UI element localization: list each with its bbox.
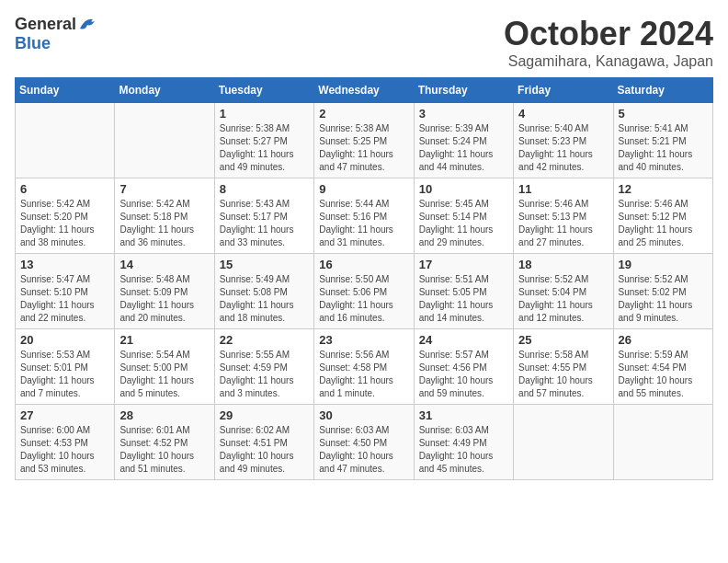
day-number: 17: [419, 258, 508, 271]
day-info: Sunrise: 5:59 AM Sunset: 4:54 PM Dayligh…: [619, 349, 708, 400]
weekday-header-wednesday: Wednesday: [314, 78, 414, 103]
day-number: 4: [518, 107, 608, 121]
calendar-cell: [613, 405, 712, 480]
weekday-header-thursday: Thursday: [414, 78, 513, 103]
calendar-table: SundayMondayTuesdayWednesdayThursdayFrid…: [15, 77, 713, 480]
calendar-cell: 20Sunrise: 5:53 AM Sunset: 5:01 PM Dayli…: [16, 329, 115, 405]
day-info: Sunrise: 6:03 AM Sunset: 4:50 PM Dayligh…: [319, 424, 408, 476]
calendar-cell: 25Sunrise: 5:58 AM Sunset: 4:55 PM Dayli…: [514, 329, 613, 405]
logo-blue-text: Blue: [15, 34, 51, 53]
day-info: Sunrise: 5:48 AM Sunset: 5:09 PM Dayligh…: [119, 273, 209, 325]
day-number: 11: [518, 182, 608, 196]
calendar-cell: 31Sunrise: 6:03 AM Sunset: 4:49 PM Dayli…: [414, 405, 513, 480]
day-info: Sunrise: 5:57 AM Sunset: 4:56 PM Dayligh…: [419, 349, 508, 400]
calendar-cell: 4Sunrise: 5:40 AM Sunset: 5:23 PM Daylig…: [514, 103, 613, 178]
day-number: 26: [619, 333, 708, 347]
day-number: 28: [119, 408, 209, 422]
weekday-header-friday: Friday: [514, 78, 613, 103]
day-number: 13: [20, 258, 109, 271]
page-header: General Blue October 2024 Sagamihara, Ka…: [15, 15, 713, 70]
calendar-cell: 9Sunrise: 5:44 AM Sunset: 5:16 PM Daylig…: [314, 178, 414, 254]
day-number: 18: [518, 258, 608, 271]
day-number: 10: [419, 182, 508, 196]
day-info: Sunrise: 5:44 AM Sunset: 5:16 PM Dayligh…: [319, 198, 408, 249]
day-info: Sunrise: 6:03 AM Sunset: 4:49 PM Dayligh…: [419, 424, 508, 476]
day-info: Sunrise: 5:46 AM Sunset: 5:13 PM Dayligh…: [518, 198, 608, 249]
calendar-cell: 21Sunrise: 5:54 AM Sunset: 5:00 PM Dayli…: [115, 329, 214, 405]
calendar-cell: 22Sunrise: 5:55 AM Sunset: 4:59 PM Dayli…: [214, 329, 313, 405]
calendar-cell: 14Sunrise: 5:48 AM Sunset: 5:09 PM Dayli…: [115, 254, 214, 329]
weekday-header-tuesday: Tuesday: [214, 78, 313, 103]
calendar-cell: 3Sunrise: 5:39 AM Sunset: 5:24 PM Daylig…: [414, 103, 513, 178]
day-number: 30: [319, 408, 408, 422]
logo-general-text: General: [15, 15, 76, 34]
day-number: 19: [619, 258, 708, 271]
calendar-cell: 19Sunrise: 5:52 AM Sunset: 5:02 PM Dayli…: [613, 254, 712, 329]
day-info: Sunrise: 5:41 AM Sunset: 5:21 PM Dayligh…: [619, 122, 708, 174]
day-info: Sunrise: 5:49 AM Sunset: 5:08 PM Dayligh…: [220, 273, 309, 325]
day-info: Sunrise: 5:39 AM Sunset: 5:24 PM Dayligh…: [419, 122, 508, 174]
calendar-cell: 5Sunrise: 5:41 AM Sunset: 5:21 PM Daylig…: [613, 103, 712, 178]
title-area: October 2024 Sagamihara, Kanagawa, Japan: [504, 15, 713, 70]
day-info: Sunrise: 6:00 AM Sunset: 4:53 PM Dayligh…: [20, 424, 109, 476]
weekday-header-row: SundayMondayTuesdayWednesdayThursdayFrid…: [16, 78, 713, 103]
day-info: Sunrise: 5:50 AM Sunset: 5:06 PM Dayligh…: [319, 273, 408, 325]
day-number: 8: [220, 182, 309, 196]
calendar-cell: 10Sunrise: 5:45 AM Sunset: 5:14 PM Dayli…: [414, 178, 513, 254]
day-number: 9: [319, 182, 408, 196]
day-info: Sunrise: 5:40 AM Sunset: 5:23 PM Dayligh…: [518, 122, 608, 174]
day-number: 22: [220, 333, 309, 347]
day-number: 21: [119, 333, 209, 347]
calendar-cell: 1Sunrise: 5:38 AM Sunset: 5:27 PM Daylig…: [214, 103, 313, 178]
day-info: Sunrise: 5:43 AM Sunset: 5:17 PM Dayligh…: [220, 198, 309, 249]
calendar-cell: 27Sunrise: 6:00 AM Sunset: 4:53 PM Dayli…: [16, 405, 115, 480]
logo-bird-icon: [78, 16, 98, 32]
day-number: 12: [619, 182, 708, 196]
calendar-cell: 12Sunrise: 5:46 AM Sunset: 5:12 PM Dayli…: [613, 178, 712, 254]
day-info: Sunrise: 5:42 AM Sunset: 5:18 PM Dayligh…: [119, 198, 209, 249]
calendar-cell: 13Sunrise: 5:47 AM Sunset: 5:10 PM Dayli…: [16, 254, 115, 329]
day-number: 16: [319, 258, 408, 271]
calendar-cell: 11Sunrise: 5:46 AM Sunset: 5:13 PM Dayli…: [514, 178, 613, 254]
day-number: 3: [419, 107, 508, 121]
calendar-cell: [514, 405, 613, 480]
location-title: Sagamihara, Kanagawa, Japan: [504, 53, 713, 70]
calendar-cell: [16, 103, 115, 178]
day-info: Sunrise: 5:52 AM Sunset: 5:04 PM Dayligh…: [518, 273, 608, 325]
logo: General Blue: [15, 15, 98, 53]
day-number: 31: [419, 408, 508, 422]
calendar-cell: 30Sunrise: 6:03 AM Sunset: 4:50 PM Dayli…: [314, 405, 414, 480]
calendar-cell: 15Sunrise: 5:49 AM Sunset: 5:08 PM Dayli…: [214, 254, 313, 329]
day-info: Sunrise: 6:01 AM Sunset: 4:52 PM Dayligh…: [119, 424, 209, 476]
calendar-week-row: 13Sunrise: 5:47 AM Sunset: 5:10 PM Dayli…: [16, 254, 713, 329]
day-number: 27: [20, 408, 109, 422]
day-info: Sunrise: 6:02 AM Sunset: 4:51 PM Dayligh…: [220, 424, 309, 476]
day-info: Sunrise: 5:38 AM Sunset: 5:27 PM Dayligh…: [220, 122, 309, 174]
day-info: Sunrise: 5:54 AM Sunset: 5:00 PM Dayligh…: [119, 349, 209, 400]
day-info: Sunrise: 5:58 AM Sunset: 4:55 PM Dayligh…: [518, 349, 608, 400]
calendar-header: SundayMondayTuesdayWednesdayThursdayFrid…: [16, 78, 713, 103]
day-number: 15: [220, 258, 309, 271]
day-info: Sunrise: 5:56 AM Sunset: 4:58 PM Dayligh…: [319, 349, 408, 400]
day-info: Sunrise: 5:51 AM Sunset: 5:05 PM Dayligh…: [419, 273, 508, 325]
day-number: 29: [220, 408, 309, 422]
calendar-cell: 29Sunrise: 6:02 AM Sunset: 4:51 PM Dayli…: [214, 405, 313, 480]
calendar-cell: 2Sunrise: 5:38 AM Sunset: 5:25 PM Daylig…: [314, 103, 414, 178]
day-info: Sunrise: 5:46 AM Sunset: 5:12 PM Dayligh…: [619, 198, 708, 249]
calendar-cell: 8Sunrise: 5:43 AM Sunset: 5:17 PM Daylig…: [214, 178, 313, 254]
day-info: Sunrise: 5:38 AM Sunset: 5:25 PM Dayligh…: [319, 122, 408, 174]
calendar-body: 1Sunrise: 5:38 AM Sunset: 5:27 PM Daylig…: [16, 103, 713, 480]
day-info: Sunrise: 5:42 AM Sunset: 5:20 PM Dayligh…: [20, 198, 109, 249]
calendar-week-row: 20Sunrise: 5:53 AM Sunset: 5:01 PM Dayli…: [16, 329, 713, 405]
day-info: Sunrise: 5:47 AM Sunset: 5:10 PM Dayligh…: [20, 273, 109, 325]
calendar-cell: 23Sunrise: 5:56 AM Sunset: 4:58 PM Dayli…: [314, 329, 414, 405]
month-title: October 2024: [504, 15, 713, 53]
day-number: 14: [119, 258, 209, 271]
weekday-header-saturday: Saturday: [613, 78, 712, 103]
calendar-cell: 16Sunrise: 5:50 AM Sunset: 5:06 PM Dayli…: [314, 254, 414, 329]
weekday-header-monday: Monday: [115, 78, 214, 103]
calendar-cell: 6Sunrise: 5:42 AM Sunset: 5:20 PM Daylig…: [16, 178, 115, 254]
calendar-cell: 18Sunrise: 5:52 AM Sunset: 5:04 PM Dayli…: [514, 254, 613, 329]
calendar-cell: 28Sunrise: 6:01 AM Sunset: 4:52 PM Dayli…: [115, 405, 214, 480]
day-number: 20: [20, 333, 109, 347]
